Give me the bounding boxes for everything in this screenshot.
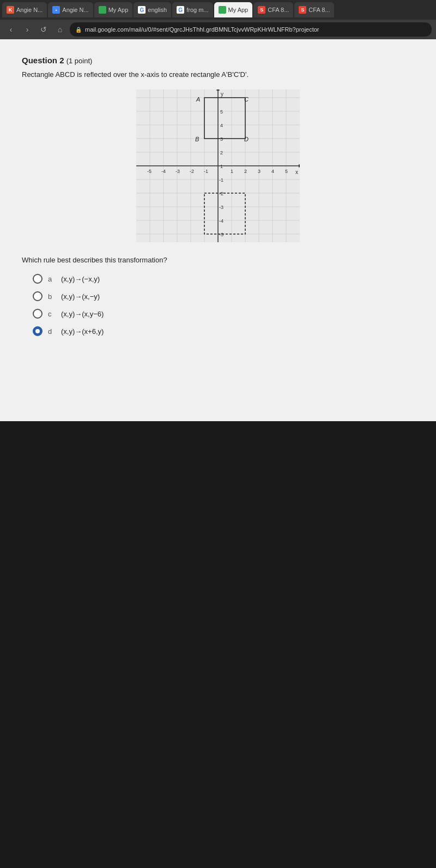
address-box[interactable]: 🔒 mail.google.com/mail/u/0/#sent/QgrcJHs…: [70, 22, 432, 37]
which-rule-text: Which rule best describes this transform…: [22, 256, 414, 264]
choice-row-d[interactable]: d (x,y)→(x+6,y): [33, 326, 414, 336]
tab-label-3: My App: [108, 7, 129, 13]
tab-label-8: CFA 8...: [308, 7, 330, 13]
choice-text-b: (x,y)→(x,−y): [61, 292, 100, 301]
tab-label-5: frog m...: [186, 7, 208, 13]
radio-a[interactable]: [33, 274, 43, 284]
browser-chrome: K Angie N... ▪ Angie N... ● My App G eng…: [0, 0, 436, 39]
svg-text:-1: -1: [219, 177, 223, 183]
radio-d[interactable]: [33, 326, 43, 336]
tab-label-6: My App: [228, 7, 249, 13]
home-button[interactable]: ⌂: [53, 23, 66, 36]
svg-text:-3: -3: [219, 205, 223, 210]
svg-text:-2: -2: [219, 191, 223, 196]
tab-favicon-8: S: [299, 6, 306, 14]
question-description: Rectangle ABCD is reflected over the x-a…: [22, 70, 414, 79]
tab-label-7: CFA 8...: [268, 7, 289, 13]
tab-label-1: Angie N...: [16, 7, 43, 13]
svg-text:5: 5: [285, 169, 288, 174]
tab-english[interactable]: G english: [134, 2, 171, 17]
svg-text:-1: -1: [204, 169, 208, 174]
tab-favicon-5: G: [177, 6, 184, 14]
lock-icon: 🔒: [75, 27, 82, 33]
question-points: (1 point): [66, 57, 93, 65]
tab-cfa-2[interactable]: S CFA 8...: [294, 2, 334, 17]
tab-favicon-4: G: [138, 6, 146, 14]
tab-myapp-2[interactable]: ● My App: [214, 2, 253, 17]
tab-favicon-7: S: [258, 6, 265, 14]
svg-text:-4: -4: [161, 169, 166, 174]
tab-cfa-1[interactable]: S CFA 8...: [253, 2, 293, 17]
tab-bar: K Angie N... ▪ Angie N... ● My App G eng…: [0, 0, 436, 20]
choice-row-a[interactable]: a (x,y)→(−x,y): [33, 274, 414, 284]
choice-label-a: a: [48, 275, 56, 283]
refresh-button[interactable]: ↺: [37, 23, 50, 36]
forward-button[interactable]: ›: [21, 23, 34, 36]
choice-text-c: (x,y)→(x,y−6): [61, 310, 104, 318]
graph-svg: x y -5 -4 -3 -2 -1 1 2 3 4 5 5 4 3 2 1 -…: [136, 89, 300, 242]
svg-marker-26: [216, 89, 220, 91]
radio-b[interactable]: [33, 291, 43, 301]
svg-text:2: 2: [220, 150, 223, 155]
answer-choices: a (x,y)→(−x,y) b (x,y)→(x,−y) c (x,y)→(x…: [22, 274, 414, 336]
graph-container: x y -5 -4 -3 -2 -1 1 2 3 4 5 5 4 3 2 1 -…: [22, 89, 414, 242]
svg-text:y: y: [221, 91, 223, 97]
tab-favicon-3: ●: [99, 6, 106, 14]
choice-label-d: d: [48, 327, 56, 336]
address-text: mail.google.com/mail/u/0/#sent/QgrcJHsTh…: [85, 26, 319, 33]
svg-text:B: B: [195, 136, 199, 142]
svg-text:-2: -2: [190, 169, 194, 174]
svg-text:4: 4: [220, 123, 223, 128]
choice-label-c: c: [48, 310, 56, 318]
choice-row-c[interactable]: c (x,y)→(x,y−6): [33, 309, 414, 319]
tab-favicon-1: K: [7, 6, 14, 14]
choice-text-d: (x,y)→(x+6,y): [61, 327, 104, 336]
coordinate-graph: x y -5 -4 -3 -2 -1 1 2 3 4 5 5 4 3 2 1 -…: [136, 89, 300, 242]
svg-text:-4: -4: [219, 218, 223, 224]
tab-favicon-6: ●: [219, 6, 226, 14]
choice-text-a: (x,y)→(−x,y): [61, 275, 100, 283]
svg-text:3: 3: [258, 169, 261, 174]
tab-favicon-2: ▪: [52, 6, 60, 14]
svg-text:D: D: [244, 136, 249, 142]
back-button[interactable]: ‹: [4, 23, 17, 36]
tab-myapp-1[interactable]: ● My App: [94, 2, 133, 17]
svg-text:1: 1: [231, 169, 233, 174]
dark-area: [0, 421, 436, 868]
question-number: Question 2: [22, 56, 64, 65]
tab-angie-1[interactable]: K Angie N...: [2, 2, 47, 17]
radio-c[interactable]: [33, 309, 43, 319]
svg-text:-3: -3: [175, 169, 180, 174]
svg-text:A: A: [196, 96, 200, 103]
svg-text:2: 2: [244, 169, 247, 174]
choice-row-b[interactable]: b (x,y)→(x,−y): [33, 291, 414, 301]
svg-text:1: 1: [220, 164, 223, 169]
svg-text:-5: -5: [147, 169, 152, 174]
choice-label-b: b: [48, 292, 56, 301]
svg-text:3: 3: [220, 136, 223, 142]
tab-label-4: english: [148, 7, 167, 13]
svg-text:C: C: [244, 96, 249, 103]
svg-marker-25: [299, 164, 300, 167]
svg-text:5: 5: [220, 109, 223, 115]
svg-text:-5: -5: [219, 232, 223, 237]
tab-angie-2[interactable]: ▪ Angie N...: [48, 2, 93, 17]
address-bar-row: ‹ › ↺ ⌂ 🔒 mail.google.com/mail/u/0/#sent…: [0, 20, 436, 39]
svg-text:4: 4: [271, 169, 274, 174]
tab-label-2: Angie N...: [62, 7, 88, 13]
svg-text:x: x: [295, 169, 298, 175]
page-content: Question 2 (1 point) Rectangle ABCD is r…: [0, 39, 436, 421]
question-header: Question 2 (1 point): [22, 56, 414, 65]
tab-frog[interactable]: G frog m...: [172, 2, 213, 17]
